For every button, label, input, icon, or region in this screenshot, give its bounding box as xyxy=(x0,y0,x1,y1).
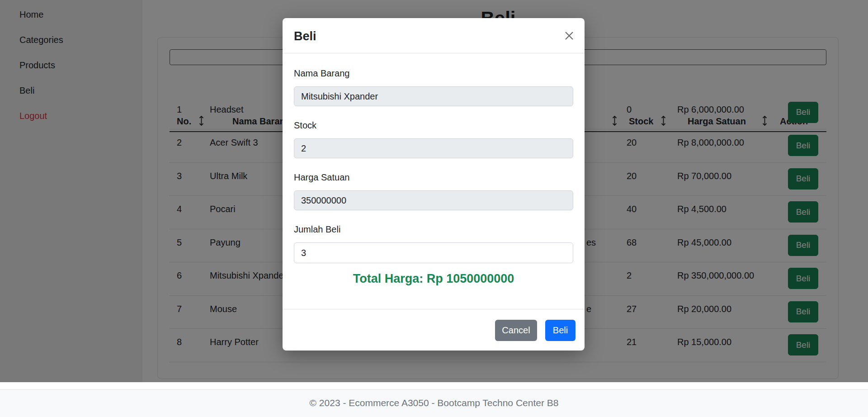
footer: © 2023 - Ecommerce A3050 - Bootcamp Tech… xyxy=(0,389,868,417)
close-icon xyxy=(564,36,575,43)
quantity-label: Jumlah Beli xyxy=(294,224,340,235)
footer-text: © 2023 - Ecommerce A3050 - Bootcamp Tech… xyxy=(0,390,868,416)
cancel-button[interactable]: Cancel xyxy=(495,320,537,341)
stock-label: Stock xyxy=(294,120,316,131)
product-name-field xyxy=(294,86,573,106)
product-name-label: Nama Barang xyxy=(294,68,349,79)
stock-field xyxy=(294,138,573,158)
modal-header: Beli xyxy=(283,18,585,53)
total-price-text: Total Harga: Rp 1050000000 xyxy=(283,272,585,286)
unit-price-label: Harga Satuan xyxy=(294,172,349,183)
modal-footer: Cancel Beli xyxy=(283,309,585,351)
modal-title: Beli xyxy=(294,29,316,43)
buy-modal: Beli Nama Barang Stock Harga Satuan Juml… xyxy=(283,18,585,351)
close-button[interactable] xyxy=(560,27,578,45)
quantity-field[interactable] xyxy=(294,242,573,263)
unit-price-field xyxy=(294,190,573,210)
modal-buy-button[interactable]: Beli xyxy=(545,320,576,341)
app-root: Home Categories Products Beli Logout Bel… xyxy=(0,0,868,417)
